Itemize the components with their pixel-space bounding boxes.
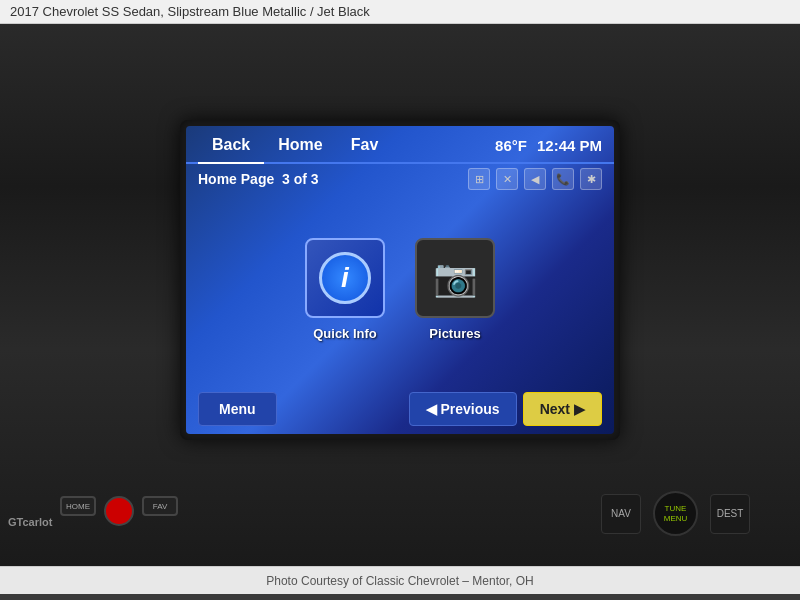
status-icons-group: ⊞ ✕ ◀ 📞 ✱ [468, 168, 602, 190]
mute-icon: ✕ [496, 168, 518, 190]
status-bar: Home Page 3 of 3 ⊞ ✕ ◀ 📞 ✱ [186, 164, 614, 194]
tune-menu-btn[interactable]: TUNEMENU [653, 491, 698, 536]
next-button[interactable]: Next ▶ [523, 392, 602, 426]
steering-controls: HOME FAV [60, 496, 178, 526]
pictures-icon-box: 📷 [415, 238, 495, 318]
prev-next-group: ◀ Previous Next ▶ [409, 392, 603, 426]
nav-left: Back Home Fav [198, 132, 392, 158]
page-label: Home Page [198, 171, 274, 187]
temperature-display: 86°F [495, 137, 527, 154]
caption-text: Photo Courtesy of Classic Chevrolet – Me… [266, 574, 533, 588]
camera-icon: 📷 [433, 257, 478, 299]
nav-control-btn[interactable]: NAV [601, 494, 641, 534]
page-info: Home Page 3 of 3 [198, 171, 319, 187]
next-label: Next [540, 401, 570, 417]
quick-info-app[interactable]: i Quick Info [305, 238, 385, 341]
quick-info-label: Quick Info [313, 326, 377, 341]
menu-button[interactable]: Menu [198, 392, 277, 426]
time-display: 12:44 PM [537, 137, 602, 154]
right-controls: NAV TUNEMENU DEST [601, 491, 750, 536]
phone-icon: 📞 [552, 168, 574, 190]
dest-btn[interactable]: DEST [710, 494, 750, 534]
info-i-symbol: i [341, 262, 349, 294]
nav-bar: Back Home Fav 86°F 12:44 PM [186, 126, 614, 164]
infotainment-screen: Back Home Fav 86°F 12:44 PM Home Page 3 … [186, 126, 614, 434]
skip-icon: ◀ [524, 168, 546, 190]
home-button[interactable]: Home [264, 132, 336, 158]
top-bar: 2017 Chevrolet SS Sedan, Slipstream Blue… [0, 0, 800, 24]
home-ctrl-btn[interactable]: HOME [60, 496, 96, 516]
media-icon: ⊞ [468, 168, 490, 190]
bottom-bar: Menu ◀ Previous Next ▶ [186, 384, 614, 434]
pictures-app[interactable]: 📷 Pictures [415, 238, 495, 341]
pictures-label: Pictures [429, 326, 480, 341]
nav-right: 86°F 12:44 PM [495, 137, 602, 154]
watermark: GTcarlot [8, 516, 52, 528]
bluetooth-icon: ✱ [580, 168, 602, 190]
page-title: 2017 Chevrolet SS Sedan, Slipstream Blue… [10, 4, 370, 19]
previous-button[interactable]: ◀ Previous [409, 392, 517, 426]
prev-label: Previous [441, 401, 500, 417]
prev-arrow-icon: ◀ [426, 401, 437, 417]
fav-button[interactable]: Fav [337, 132, 393, 158]
info-circle: i [319, 252, 371, 304]
next-arrow-icon: ▶ [574, 401, 585, 417]
quick-info-icon-box: i [305, 238, 385, 318]
screen-content: i Quick Info 📷 Pictures [186, 194, 614, 384]
bottom-caption: Photo Courtesy of Classic Chevrolet – Me… [0, 566, 800, 594]
car-interior: Back Home Fav 86°F 12:44 PM Home Page 3 … [0, 24, 800, 566]
vol-ctrl-btn[interactable] [104, 496, 134, 526]
fav-ctrl-btn[interactable]: FAV [142, 496, 178, 516]
page-number: 3 of 3 [282, 171, 319, 187]
screen-bezel: Back Home Fav 86°F 12:44 PM Home Page 3 … [180, 120, 620, 440]
back-button[interactable]: Back [198, 132, 264, 158]
